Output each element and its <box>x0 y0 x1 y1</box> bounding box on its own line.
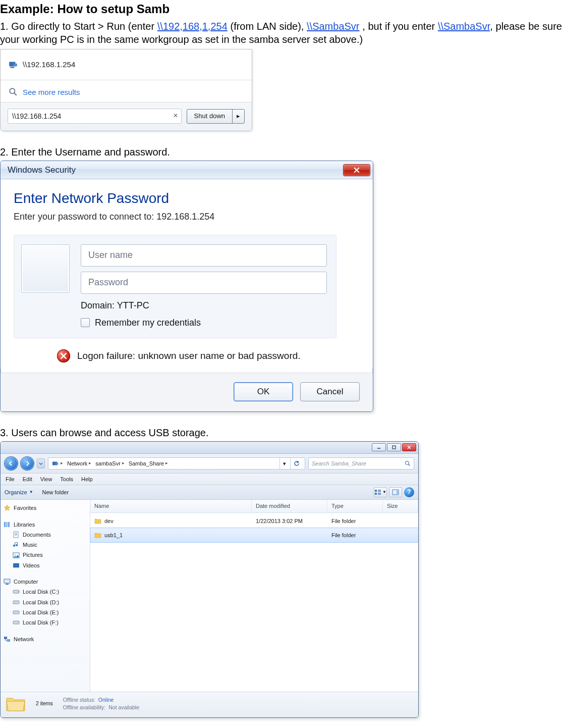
start-search-input[interactable]: \\192.168.1.254 ✕ <box>8 109 182 124</box>
svg-rect-14 <box>375 493 377 495</box>
remember-credentials-row[interactable]: Remember my credentials <box>81 317 327 329</box>
sidebar-item-drive-f[interactable]: Local Disk (F:) <box>3 617 88 628</box>
close-button[interactable] <box>344 165 370 176</box>
nav-history-button[interactable] <box>37 458 45 469</box>
svg-rect-13 <box>378 491 381 492</box>
file-size <box>383 533 418 538</box>
link-sambasvr-1[interactable]: \\SambaSvr <box>307 21 359 32</box>
sidebar-label: Local Disk (E:) <box>23 609 59 616</box>
remember-checkbox[interactable] <box>81 318 90 327</box>
offline-status-value: Online <box>98 697 114 704</box>
nav-back-button[interactable] <box>5 457 18 470</box>
svg-point-34 <box>18 592 19 593</box>
breadcrumb-dropdown-icon[interactable]: ▾ <box>279 458 289 469</box>
window-close-button[interactable] <box>402 443 416 451</box>
start-search-value: \\192.168.1.254 <box>12 112 61 120</box>
menu-help[interactable]: Help <box>81 476 93 483</box>
libraries-icon <box>4 521 11 528</box>
shutdown-button[interactable]: Shut down ▸ <box>187 109 245 124</box>
explorer-statusbar: 2 items Offline status:Online Offline av… <box>1 692 418 717</box>
sidebar-item-drive-d[interactable]: Local Disk (D:) <box>3 597 88 607</box>
sidebar-item-drive-c[interactable]: Local Disk (C:) <box>3 587 88 597</box>
col-type[interactable]: Type <box>327 500 383 512</box>
breadcrumb-item-share[interactable]: Samba_Share▸ <box>127 460 170 467</box>
dialog-titlebar[interactable]: Windows Security <box>1 161 373 179</box>
file-row-usb1[interactable]: usb1_1 File folder <box>90 528 418 542</box>
shutdown-menu-arrow-icon[interactable]: ▸ <box>233 110 244 123</box>
sidebar-item-documents[interactable]: Documents <box>3 530 88 540</box>
sidebar-network[interactable]: Network <box>3 634 88 644</box>
explorer-search-input[interactable]: Search Samba_Share <box>308 457 414 470</box>
col-name[interactable]: Name <box>90 500 252 512</box>
maximize-button[interactable] <box>387 443 401 451</box>
sidebar-favorites[interactable]: Favorites <box>3 503 88 513</box>
clear-search-icon[interactable]: ✕ <box>173 112 178 120</box>
preview-pane-button[interactable] <box>389 487 402 497</box>
sidebar-label: Network <box>14 636 34 643</box>
sidebar-item-music[interactable]: Music <box>3 540 88 550</box>
nav-forward-button[interactable] <box>21 457 34 470</box>
disk-icon <box>13 588 20 595</box>
dialog-subtext: Enter your password to connect to: 192.1… <box>14 211 363 223</box>
breadcrumb[interactable]: ▸ Network▸ sambaSvr▸ Samba_Share▸ ▾ <box>48 457 305 470</box>
status-folder-icon <box>6 695 26 712</box>
sidebar-item-pictures[interactable]: Pictures <box>3 550 88 560</box>
domain-label: Domain: YTT-PC <box>81 300 327 311</box>
videos-icon <box>13 562 20 569</box>
col-date[interactable]: Date modified <box>252 500 327 512</box>
organize-button[interactable]: Organize ▼ <box>5 489 33 496</box>
svg-rect-30 <box>13 566 19 567</box>
password-placeholder: Password <box>88 277 128 288</box>
help-button[interactable]: ? <box>404 487 414 497</box>
offline-status-label: Offline status: <box>63 697 95 704</box>
sidebar-computer[interactable]: Computer <box>3 577 88 587</box>
file-type: File folder <box>327 529 383 541</box>
svg-rect-1 <box>10 67 14 68</box>
password-input[interactable]: Password <box>81 272 327 294</box>
minimize-button[interactable] <box>372 443 386 451</box>
close-icon <box>354 167 360 173</box>
sidebar-item-videos[interactable]: Videos <box>3 560 88 570</box>
link-sambasvr-2[interactable]: \\SambaSvr <box>438 21 490 32</box>
star-icon <box>4 504 11 511</box>
preview-pane-icon <box>392 489 399 495</box>
sidebar-libraries[interactable]: Libraries <box>3 519 88 530</box>
menu-file[interactable]: File <box>6 476 15 483</box>
cancel-label: Cancel <box>317 386 344 397</box>
menu-view[interactable]: View <box>40 476 52 483</box>
link-lan-ip[interactable]: \\192,168,1,254 <box>157 21 228 32</box>
svg-rect-8 <box>55 462 58 464</box>
music-icon <box>13 541 20 548</box>
error-icon <box>57 349 70 362</box>
see-more-results[interactable]: See more results <box>8 84 245 100</box>
cancel-button[interactable]: Cancel <box>300 382 360 401</box>
file-date <box>252 533 327 538</box>
new-folder-button[interactable]: New folder <box>42 489 69 496</box>
menu-edit[interactable]: Edit <box>23 476 32 483</box>
sidebar-label: Local Disk (C:) <box>23 588 59 595</box>
user-avatar-placeholder <box>21 244 70 293</box>
explorer-titlebar[interactable] <box>1 442 418 454</box>
svg-rect-36 <box>13 611 19 614</box>
col-size[interactable]: Size <box>383 500 418 512</box>
help-icon: ? <box>407 488 411 496</box>
sidebar-label: Favorites <box>14 504 36 511</box>
sidebar-label: Documents <box>23 531 51 538</box>
breadcrumb-item-sambasvr[interactable]: sambaSvr▸ <box>94 460 126 467</box>
svg-rect-15 <box>378 493 381 494</box>
svg-rect-2 <box>14 64 17 67</box>
username-input[interactable]: User name <box>81 244 327 267</box>
start-menu-result[interactable]: \\192.168.1.254 <box>8 57 245 73</box>
breadcrumb-label: Samba_Share <box>129 460 164 467</box>
file-row-dev[interactable]: dev 1/22/2013 3:02 PM File folder <box>90 514 418 528</box>
view-options-button[interactable]: ▼ <box>374 487 387 497</box>
menu-tools[interactable]: Tools <box>60 476 73 483</box>
sidebar-item-drive-e[interactable]: Local Disk (E:) <box>3 607 88 617</box>
breadcrumb-root-icon[interactable]: ▸ <box>50 460 65 467</box>
refresh-button[interactable] <box>290 458 303 469</box>
breadcrumb-item-network[interactable]: Network▸ <box>66 460 93 467</box>
folder-icon <box>94 517 101 525</box>
svg-rect-38 <box>4 637 7 639</box>
documents-icon <box>13 531 20 538</box>
ok-button[interactable]: OK <box>234 382 293 401</box>
